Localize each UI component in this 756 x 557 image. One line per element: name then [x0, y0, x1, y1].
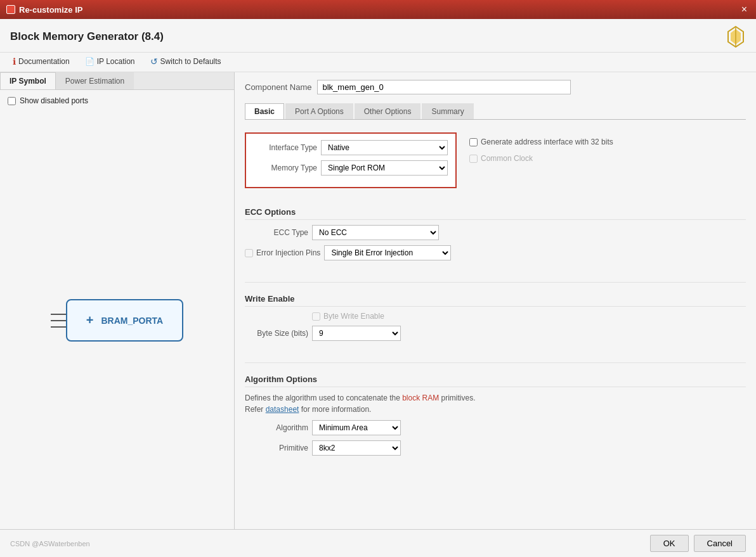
toolbar: ℹ Documentation 📄 IP Location ↺ Switch t… [0, 53, 756, 72]
tab-power-estimation[interactable]: Power Estimation [56, 72, 134, 89]
byte-write-enable-row: Byte Write Enable [245, 312, 746, 321]
ecc-section: ECC Options ECC Type No ECC Hamming ECC … [245, 207, 746, 266]
memory-type-row: Memory Type Single Port RAM Simple Dual … [254, 160, 448, 176]
folder-icon: 📄 [85, 57, 94, 66]
tab-summary[interactable]: Summary [422, 103, 473, 119]
ecc-type-select[interactable]: No ECC Hamming ECC SECDED [312, 225, 439, 240]
main-tab-bar: Basic Port A Options Other Options Summa… [245, 103, 746, 120]
common-clock-checkbox-label[interactable]: Common Clock [469, 154, 613, 163]
watermark: CSDN @ASWaterbenben [10, 540, 90, 547]
close-button[interactable]: × [739, 4, 750, 15]
interface-type-select[interactable]: Native AXI4 [321, 140, 448, 155]
ok-button[interactable]: OK [650, 535, 689, 552]
write-enable-title: Write Enable [245, 294, 746, 307]
logo [726, 25, 746, 48]
xilinx-logo-icon [726, 25, 746, 48]
algorithm-select[interactable]: Minimum Area Low Power Fixed Primitive [312, 420, 401, 435]
component-name-row: Component Name [245, 80, 746, 94]
show-disabled-ports-label[interactable]: Show disabled ports [8, 96, 226, 105]
component-name-input[interactable] [317, 80, 571, 94]
error-injection-select[interactable]: Single Bit Error Injection Double Bit Er… [324, 245, 451, 260]
interface-memory-type-box: Interface Type Native AXI4 Memory Type S… [245, 132, 457, 188]
bram-diagram: + BRAM_PORTA [0, 112, 234, 529]
primitive-label: Primitive [245, 444, 308, 452]
memory-type-label: Memory Type [254, 163, 317, 172]
ecc-section-title: ECC Options [245, 207, 746, 220]
write-enable-section: Write Enable Byte Write Enable Byte Size… [245, 294, 746, 346]
bram-plus-icon: + [86, 313, 94, 328]
refresh-icon: ↺ [150, 56, 158, 67]
error-injection-row: Error Injection Pins Single Bit Error In… [245, 245, 746, 260]
memory-type-select[interactable]: Single Port RAM Simple Dual Port RAM Tru… [321, 160, 448, 176]
left-tab-bar: IP Symbol Power Estimation [0, 72, 234, 90]
tab-ip-symbol[interactable]: IP Symbol [0, 72, 56, 89]
tab-other-options[interactable]: Other Options [355, 103, 421, 119]
algorithm-section-title: Algorithm Options [245, 375, 746, 387]
primitive-row: Primitive 8kx2 8kx4 8kx9 [245, 440, 746, 456]
content-area: IP Symbol Power Estimation Show disabled… [0, 72, 756, 529]
show-disabled-ports-checkbox[interactable] [8, 97, 16, 105]
algorithm-section: Algorithm Options Defines the algorithm … [245, 375, 746, 461]
algorithm-label: Algorithm [245, 423, 308, 432]
header: Block Memory Generator (8.4) [0, 19, 756, 53]
left-panel-options: Show disabled ports [0, 90, 234, 112]
app-icon [6, 5, 15, 14]
interface-type-row: Interface Type Native AXI4 [254, 140, 448, 155]
byte-write-enable-label[interactable]: Byte Write Enable [312, 312, 384, 321]
common-clock-checkbox [469, 155, 478, 163]
ecc-type-label: ECC Type [245, 228, 308, 237]
error-injection-checkbox-label[interactable]: Error Injection Pins [245, 248, 320, 257]
component-name-label: Component Name [245, 82, 312, 92]
algorithm-description: Defines the algorithm used to concatenat… [245, 392, 746, 415]
datasheet-link[interactable]: datasheet [266, 405, 299, 414]
ip-location-button[interactable]: 📄 IP Location [82, 56, 138, 67]
generate-address-checkbox-label[interactable]: Generate address interface with 32 bits [469, 138, 613, 146]
dialog-buttons: OK Cancel [650, 535, 746, 552]
bram-label: BRAM_PORTA [101, 316, 163, 326]
algorithm-row: Algorithm Minimum Area Low Power Fixed P… [245, 420, 746, 435]
byte-size-row: Byte Size (bits) 8 9 [245, 326, 746, 341]
title-bar: Re-customize IP × [0, 0, 756, 19]
generate-address-checkbox[interactable] [469, 138, 478, 146]
primitive-select[interactable]: 8kx2 8kx4 8kx9 [312, 440, 401, 456]
switch-to-defaults-button[interactable]: ↺ Switch to Defaults [148, 55, 224, 68]
interface-type-label: Interface Type [254, 143, 317, 152]
documentation-button[interactable]: ℹ Documentation [10, 55, 72, 68]
left-panel: IP Symbol Power Estimation Show disabled… [0, 72, 235, 529]
cancel-button[interactable]: Cancel [694, 535, 746, 552]
info-icon: ℹ [13, 56, 16, 67]
tab-basic[interactable]: Basic [245, 103, 284, 119]
title-bar-text: Re-customize IP [19, 5, 82, 15]
bottom-bar: CSDN @ASWaterbenben OK Cancel [0, 529, 756, 557]
error-injection-checkbox [245, 249, 253, 257]
tab-port-a-options[interactable]: Port A Options [285, 103, 353, 119]
block-ram-link[interactable]: block RAM [402, 394, 439, 402]
window-title: Block Memory Generator (8.4) [10, 30, 164, 43]
byte-write-enable-checkbox [312, 312, 320, 321]
right-panel: Component Name Basic Port A Options Othe… [235, 72, 756, 529]
byte-size-select[interactable]: 8 9 [312, 326, 401, 341]
bram-box: + BRAM_PORTA [66, 299, 183, 342]
byte-size-label: Byte Size (bits) [245, 329, 308, 338]
ecc-type-row: ECC Type No ECC Hamming ECC SECDED [245, 225, 746, 240]
